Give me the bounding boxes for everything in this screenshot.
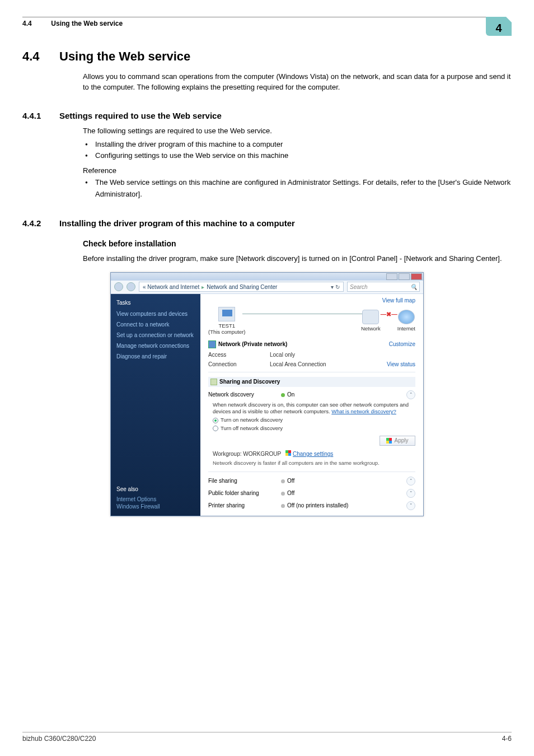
see-also-heading: See also bbox=[116, 486, 195, 492]
map-pc-sub: (This computer) bbox=[208, 329, 246, 335]
vista-window: « Network and Internet ▸ Network and Sha… bbox=[110, 272, 424, 516]
status-off-dot-icon-3 bbox=[281, 504, 285, 508]
reference-label: Reference bbox=[83, 166, 512, 175]
map-connector-line bbox=[242, 314, 364, 314]
nd-help-link[interactable]: What is network discovery? bbox=[331, 408, 396, 414]
radio-unselected-icon bbox=[213, 426, 218, 431]
see-also-windows-firewall[interactable]: Windows Firewall bbox=[116, 503, 195, 510]
file-sharing-value: Off bbox=[287, 478, 294, 484]
internet-globe-icon bbox=[398, 310, 415, 324]
uac-shield-icon-2 bbox=[285, 450, 291, 456]
task-link-diagnose-repair[interactable]: Diagnose and repair bbox=[116, 353, 195, 360]
status-off-dot-icon-2 bbox=[281, 492, 285, 496]
radio-selected-icon bbox=[213, 418, 218, 423]
network-discovery-panel: When network discovery is on, this compu… bbox=[208, 399, 415, 467]
apply-label: Apply bbox=[394, 437, 408, 445]
main-pane: View full map TEST1 (This computer) Netw… bbox=[200, 294, 423, 516]
network-type-icon bbox=[208, 340, 216, 348]
h1-title: Using the Web service bbox=[59, 49, 190, 64]
printer-sharing-key: Printer sharing bbox=[208, 502, 281, 508]
s441-bullet-2: Configuring settings to use the Web serv… bbox=[83, 150, 512, 162]
footer-page-number: 4-6 bbox=[502, 735, 512, 743]
sharing-discovery-header: Sharing and Discovery bbox=[208, 377, 415, 387]
network-name-label: Network (Private network) bbox=[218, 341, 287, 347]
workgroup-note: Network discovery is faster if all compu… bbox=[213, 460, 415, 467]
nav-forward-button[interactable] bbox=[127, 282, 135, 291]
header-section-num: 4.4 bbox=[22, 20, 49, 27]
breadcrumb[interactable]: « Network and Internet ▸ Network and Sha… bbox=[139, 282, 344, 292]
divider bbox=[208, 372, 415, 372]
s442-lead: Before installing the driver program, ma… bbox=[83, 254, 512, 264]
search-input[interactable]: Search 🔍 bbox=[347, 282, 420, 292]
breadcrumb-dropdown-icon[interactable]: ▾ ↻ bbox=[331, 284, 340, 290]
s441-bullet-1: Installing the driver program of this ma… bbox=[83, 139, 512, 151]
sharing-header-icon bbox=[210, 379, 217, 385]
apply-button[interactable]: Apply bbox=[380, 436, 415, 446]
tasks-pane: Tasks View computers and devices Connect… bbox=[111, 294, 200, 516]
public-folder-expand-button[interactable]: ˅ bbox=[406, 489, 415, 498]
window-maximize-button[interactable] bbox=[399, 273, 410, 280]
change-settings-link[interactable]: Change settings bbox=[293, 451, 333, 457]
reference-bullet: The Web service settings on this machine… bbox=[83, 177, 512, 200]
breadcrumb-current: Network and Sharing Center bbox=[207, 284, 277, 290]
tasks-heading: Tasks bbox=[116, 300, 195, 306]
radio-on-label: Turn on network discovery bbox=[221, 417, 283, 424]
map-network-label: Network bbox=[361, 325, 381, 332]
network-discovery-value: On bbox=[287, 391, 294, 398]
connection-key: Connection bbox=[208, 361, 270, 367]
h2-441-number: 4.4.1 bbox=[22, 111, 59, 120]
view-status-link[interactable]: View status bbox=[387, 361, 415, 367]
task-link-manage-connections[interactable]: Manage network connections bbox=[116, 342, 195, 349]
h1-number: 4.4 bbox=[22, 49, 59, 64]
window-close-button[interactable] bbox=[411, 273, 422, 280]
running-header: 4.4 Using the Web service bbox=[22, 20, 123, 27]
status-off-dot-icon bbox=[281, 479, 285, 483]
public-folder-sharing-value: Off bbox=[287, 490, 294, 496]
task-link-connect-network[interactable]: Connect to a network bbox=[116, 321, 195, 328]
public-folder-sharing-key: Public folder sharing bbox=[208, 490, 281, 496]
nav-back-button[interactable] bbox=[114, 282, 123, 291]
connection-value: Local Area Connection bbox=[270, 361, 387, 367]
map-internet-label: Internet bbox=[397, 325, 415, 332]
window-titlebar bbox=[111, 273, 423, 281]
h2-442-title: Installing the driver program of this ma… bbox=[59, 218, 295, 228]
file-sharing-key: File sharing bbox=[208, 478, 281, 484]
uac-shield-icon bbox=[386, 438, 392, 444]
access-value: Local only bbox=[270, 352, 415, 358]
network-icon bbox=[362, 310, 379, 324]
workgroup-label: Workgroup: WORKGROUP bbox=[213, 451, 281, 457]
radio-turn-off-discovery[interactable]: Turn off network discovery bbox=[213, 425, 415, 432]
customize-link[interactable]: Customize bbox=[389, 341, 415, 347]
file-sharing-expand-button[interactable]: ˅ bbox=[406, 477, 415, 486]
intro-paragraph: Allows you to command scan operations fr… bbox=[83, 72, 512, 93]
radio-turn-on-discovery[interactable]: Turn on network discovery bbox=[213, 417, 415, 424]
see-also-internet-options[interactable]: Internet Options bbox=[116, 496, 195, 503]
breadcrumb-separator-icon: ▸ bbox=[202, 284, 204, 290]
h2-441-title: Settings required to use the Web service bbox=[59, 111, 222, 120]
h3-check-before: Check before installation bbox=[83, 239, 512, 248]
access-key: Access bbox=[208, 352, 270, 358]
map-disconnected-icon: —✖— bbox=[381, 311, 397, 318]
footer-product: bizhub C360/C280/C220 bbox=[22, 735, 96, 743]
search-placeholder: Search bbox=[350, 284, 368, 290]
view-full-map-link[interactable]: View full map bbox=[382, 297, 415, 304]
header-section-title: Using the Web service bbox=[51, 20, 123, 27]
network-discovery-collapse-button[interactable]: ˄ bbox=[406, 390, 415, 399]
computer-icon bbox=[218, 307, 235, 321]
printer-sharing-expand-button[interactable]: ˅ bbox=[406, 501, 415, 510]
search-icon: 🔍 bbox=[410, 284, 417, 290]
s441-lead: The following settings are required to u… bbox=[83, 126, 512, 137]
divider-2 bbox=[208, 472, 415, 472]
printer-sharing-value: Off (no printers installed) bbox=[287, 502, 348, 508]
status-on-dot-icon bbox=[281, 393, 285, 397]
task-link-setup-connection[interactable]: Set up a connection or network bbox=[116, 332, 195, 339]
task-link-view-computers[interactable]: View computers and devices bbox=[116, 310, 195, 318]
network-discovery-key: Network discovery bbox=[208, 391, 281, 398]
window-minimize-button[interactable] bbox=[386, 273, 397, 280]
chapter-badge: 4 bbox=[486, 17, 512, 36]
network-map: TEST1 (This computer) Network —✖— Intern… bbox=[208, 307, 415, 335]
map-pc-name: TEST1 bbox=[208, 323, 246, 329]
h2-442-number: 4.4.2 bbox=[22, 218, 59, 228]
radio-off-label: Turn off network discovery bbox=[221, 425, 283, 432]
sharing-header-label: Sharing and Discovery bbox=[219, 379, 280, 385]
